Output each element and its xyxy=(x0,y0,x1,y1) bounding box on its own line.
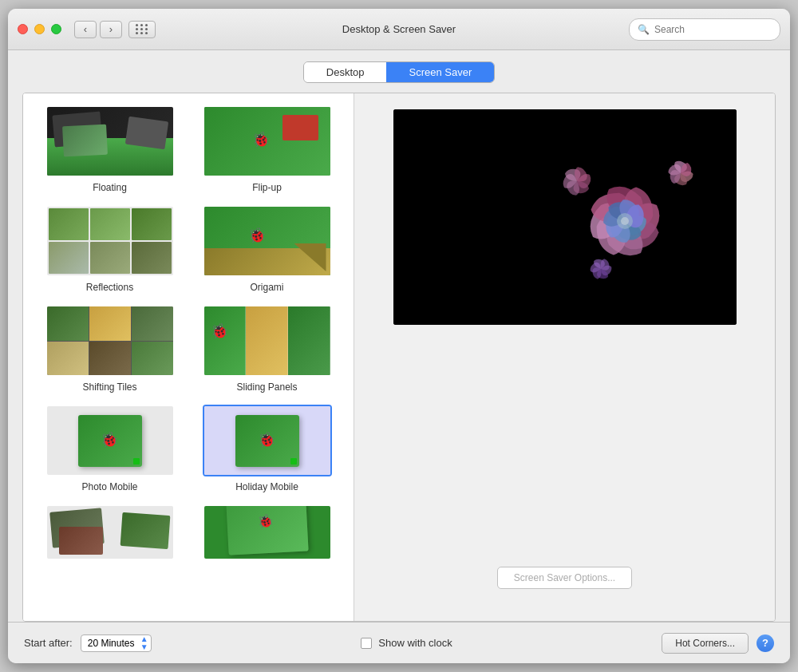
saver-item-photomobile[interactable]: 🐞 Photo Mobile xyxy=(35,405,184,492)
saver-label-reflections: Reflections xyxy=(86,282,133,293)
saver-item-flipup[interactable]: 🐞 Flip-up xyxy=(192,105,342,193)
start-after-select-wrapper[interactable]: 20 Minutes 1 Minute 2 Minutes 5 Minutes … xyxy=(81,634,152,652)
saver-item-floating[interactable]: Floating xyxy=(35,105,184,193)
saver-label-sliding: Sliding Panels xyxy=(236,381,297,393)
grid-icon xyxy=(136,24,148,34)
main-content: Floating 🐞 Flip-up xyxy=(22,93,776,622)
tab-screensaver[interactable]: Screen Saver xyxy=(386,62,494,82)
traffic-lights xyxy=(18,24,61,34)
saver-thumb-floating xyxy=(45,105,175,177)
saver-item-origami[interactable]: 🐞 Origami xyxy=(192,205,342,293)
saver-thumb-shifting xyxy=(45,305,175,377)
screensaver-options-button[interactable]: Screen Saver Options... xyxy=(497,567,632,589)
saver-item-shifting[interactable]: Shifting Tiles xyxy=(35,305,184,393)
forward-icon: › xyxy=(109,23,113,35)
nav-buttons: ‹ › xyxy=(74,21,156,38)
bug-icon-flipup: 🐞 xyxy=(252,131,270,148)
screensaver-list: Floating 🐞 Flip-up xyxy=(23,93,354,621)
saver-thumb-flipup: 🐞 xyxy=(203,105,332,177)
help-button[interactable]: ? xyxy=(757,634,774,652)
bug-icon-origami: 🐞 xyxy=(248,227,266,244)
tabs-area: Desktop Screen Saver xyxy=(8,50,790,93)
grid-view-button[interactable] xyxy=(128,21,156,38)
svg-point-3 xyxy=(621,217,629,225)
fractal-preview-svg xyxy=(393,109,737,325)
search-icon: 🔍 xyxy=(638,24,650,35)
bug-icon-holiday: 🐞 xyxy=(258,431,275,449)
tab-segment: Desktop Screen Saver xyxy=(303,61,495,83)
start-after-select[interactable]: 20 Minutes 1 Minute 2 Minutes 5 Minutes … xyxy=(81,634,152,652)
svg-rect-0 xyxy=(393,109,737,325)
window-title: Desktop & Screen Saver xyxy=(342,23,456,35)
saver-label-shifting: Shifting Tiles xyxy=(82,381,136,393)
preview-panel: Screen Saver Options... xyxy=(354,93,775,621)
back-icon: ‹ xyxy=(84,23,87,35)
saver-label-photomobile: Photo Mobile xyxy=(81,481,137,492)
saver-item-bottom2[interactable]: 🐞 xyxy=(192,504,342,560)
bottom-bar: Start after: 20 Minutes 1 Minute 2 Minut… xyxy=(8,622,790,663)
saver-thumb-sliding: 🐞 xyxy=(203,305,332,377)
maximize-button[interactable] xyxy=(51,24,61,34)
saver-thumb-photomobile: 🐞 xyxy=(45,405,175,476)
saver-item-holidaymobile[interactable]: 🐞 Holiday Mobile xyxy=(192,405,342,492)
screensaver-grid: Floating 🐞 Flip-up xyxy=(35,105,342,560)
close-button[interactable] xyxy=(18,24,28,34)
saver-thumb-origami: 🐞 xyxy=(203,205,332,277)
hot-corners-button[interactable]: Hot Corners... xyxy=(662,633,749,654)
main-window: ‹ › Desktop & Screen Saver 🔍 Desktop Scr… xyxy=(8,9,790,663)
bug-icon-sliding: 🐞 xyxy=(211,322,228,340)
saver-thumb-reflections xyxy=(45,205,175,277)
start-after-label: Start after: xyxy=(24,637,73,649)
bug-icon-photo: 🐞 xyxy=(101,431,118,449)
bug-icon-bottom2: 🐞 xyxy=(257,513,274,529)
search-box[interactable]: 🔍 xyxy=(629,18,780,41)
tab-desktop[interactable]: Desktop xyxy=(304,62,387,82)
saver-item-sliding[interactable]: 🐞 Sliding Panels xyxy=(192,305,342,393)
back-button[interactable]: ‹ xyxy=(74,21,97,38)
saver-item-reflections[interactable]: Reflections xyxy=(35,205,184,293)
show-clock-area: Show with clock xyxy=(361,637,452,649)
saver-item-bottom1[interactable] xyxy=(35,504,184,560)
titlebar: ‹ › Desktop & Screen Saver 🔍 xyxy=(8,9,790,50)
saver-thumb-bottom1 xyxy=(45,504,175,560)
show-clock-checkbox[interactable] xyxy=(361,638,372,649)
saver-thumb-bottom2: 🐞 xyxy=(203,504,332,560)
search-input[interactable] xyxy=(654,24,772,35)
forward-button[interactable]: › xyxy=(100,21,122,38)
saver-thumb-holidaymobile: 🐞 xyxy=(203,405,332,476)
saver-label-origami: Origami xyxy=(250,282,283,293)
saver-label-flipup: Flip-up xyxy=(252,182,282,193)
show-clock-label: Show with clock xyxy=(378,637,452,649)
saver-label-holidaymobile: Holiday Mobile xyxy=(235,481,298,492)
saver-label-floating: Floating xyxy=(93,182,127,193)
minimize-button[interactable] xyxy=(34,24,45,34)
preview-screen xyxy=(393,109,737,325)
